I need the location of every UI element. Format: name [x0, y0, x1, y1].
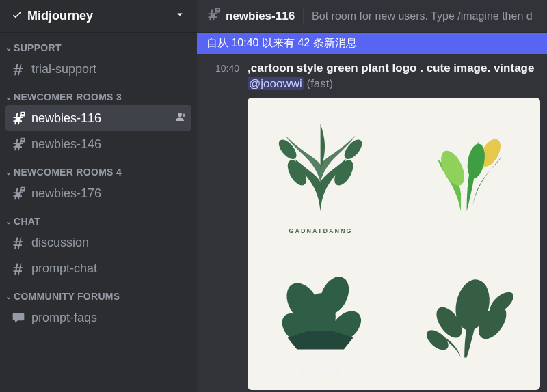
message-content: ,cartoon style green plant logo . cute i…	[239, 61, 537, 92]
section-label: NEWCOMER ROOMS 4	[14, 167, 122, 178]
main-area: newbies-116 Bot room for new users. Type…	[197, 0, 547, 392]
channel-label: newbies-116	[31, 111, 174, 126]
chevron-down-icon: ⌄	[4, 44, 14, 53]
hash-lock-icon	[11, 137, 26, 151]
image-result-4[interactable]	[394, 244, 540, 390]
channel-newbies-176[interactable]: newbies-176	[5, 180, 191, 206]
hash-icon	[11, 236, 26, 249]
channel-prompt-chat[interactable]: prompt-chat	[5, 255, 191, 281]
section-label: CHAT	[14, 216, 40, 227]
message-prompt: ,cartoon style green plant logo . cute i…	[248, 61, 534, 74]
channel-label: newbies-146	[31, 137, 186, 152]
channel-label: newbies-176	[31, 186, 186, 201]
message-suffix: (fast)	[306, 77, 333, 90]
server-header[interactable]: Midjourney	[0, 0, 197, 33]
message-list: 10:40 ,cartoon style green plant logo . …	[197, 54, 547, 392]
new-messages-bar[interactable]: 自从 10:40 以来有 42 条新消息	[197, 33, 547, 54]
verified-check-icon	[11, 8, 23, 24]
chevron-down-icon: ⌄	[4, 168, 14, 177]
chevron-down-icon: ⌄	[4, 93, 14, 102]
message-timestamp: 10:40	[206, 61, 239, 92]
hash-lock-icon	[206, 8, 220, 25]
image-result-1[interactable]: GADNATDANNG	[248, 98, 394, 244]
hash-lock-icon	[11, 186, 26, 200]
channel-title: newbies-116	[226, 10, 295, 23]
divider	[303, 8, 304, 25]
hash-icon	[11, 262, 26, 275]
message: 10:40 ,cartoon style green plant logo . …	[197, 59, 547, 94]
generated-image-grid[interactable]: GADNATDANNG PAARIALL	[248, 98, 540, 390]
channel-newbies-116[interactable]: newbies-116	[5, 105, 191, 131]
forum-icon	[11, 311, 26, 324]
section-label: COMMUNITY FORUMS	[14, 291, 120, 302]
server-name: Midjourney	[27, 9, 174, 23]
hash-lock-icon	[11, 111, 26, 125]
image-caption: PAARIALL	[300, 368, 342, 375]
section-label: NEWCOMER ROOMS 3	[14, 92, 122, 102]
channel-newbies-146[interactable]: newbies-146	[5, 131, 191, 157]
section-header[interactable]: ⌄SUPPORT	[0, 42, 197, 55]
section-header[interactable]: ⌄NEWCOMER ROOMS 4	[0, 167, 197, 179]
section-header[interactable]: ⌄COMMUNITY FORUMS	[0, 291, 197, 303]
section-header[interactable]: ⌄CHAT	[0, 216, 197, 228]
channel-label: discussion	[31, 236, 186, 250]
chevron-down-icon: ⌄	[4, 217, 14, 226]
channel-label: trial-support	[31, 62, 186, 76]
image-result-3[interactable]: PAARIALL	[248, 244, 394, 390]
channel-sidebar: Midjourney ⌄SUPPORTtrial-support⌄NEWCOME…	[0, 0, 197, 392]
hash-icon	[11, 62, 26, 76]
chevron-down-icon	[174, 8, 186, 24]
channel-topic[interactable]: Bot room for new users. Type /imagine th…	[312, 10, 533, 23]
add-member-icon[interactable]	[174, 111, 186, 126]
channel-label: prompt-faqs	[31, 311, 186, 325]
channel-header: newbies-116 Bot room for new users. Type…	[197, 0, 547, 33]
channel-discussion[interactable]: discussion	[5, 229, 191, 255]
section-label: SUPPORT	[14, 42, 62, 53]
channel-label: prompt-chat	[31, 262, 186, 276]
chevron-down-icon: ⌄	[4, 292, 14, 301]
channel-prompt-faqs[interactable]: prompt-faqs	[5, 305, 191, 331]
user-mention[interactable]: @jooowwi	[248, 77, 304, 90]
section-header[interactable]: ⌄NEWCOMER ROOMS 3	[0, 92, 197, 104]
channel-trial-support[interactable]: trial-support	[5, 56, 191, 82]
image-result-2[interactable]	[394, 98, 540, 244]
image-caption: GADNATDANNG	[289, 227, 353, 234]
